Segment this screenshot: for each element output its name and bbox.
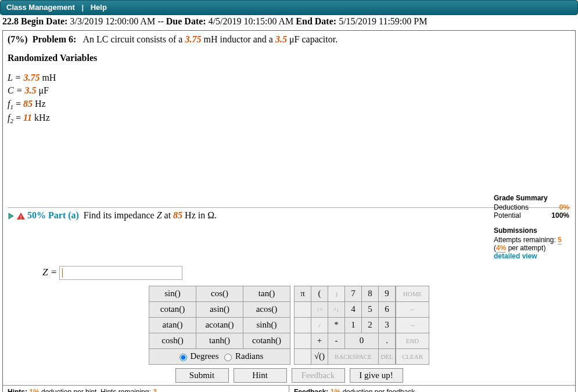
assignment-dates: 22.8 Begin Date: 3/3/2019 12:00:00 AM --… (0, 15, 578, 28)
key-tan[interactable]: tan() (243, 286, 290, 301)
key-acotan[interactable]: acotan() (196, 317, 243, 333)
key-minus[interactable]: - (328, 333, 345, 348)
potential-value: 100% (551, 211, 569, 220)
submissions-title: Submissions (494, 226, 569, 235)
key-lparen[interactable]: ( (311, 286, 328, 301)
begin-date-label: 22.8 Begin Date: (2, 16, 67, 26)
answer-row: Z = (42, 266, 570, 280)
problem-number: Problem 6: (33, 34, 77, 44)
key-mul[interactable]: * (328, 317, 345, 333)
randomized-vars: L = 3.75 mH C = 3.5 μF f1 = 85 Hz f2 = 1… (8, 71, 570, 126)
key-backspace[interactable]: BACKSPACE (328, 348, 379, 364)
key-plus[interactable]: + (311, 333, 328, 348)
key-2[interactable]: 2 (362, 317, 379, 333)
key-cotan[interactable]: cotan() (149, 301, 196, 317)
nav-class-management[interactable]: Class Management (6, 3, 75, 12)
hint-deduction: 1% (29, 388, 39, 392)
key-1[interactable]: 1 (345, 317, 362, 333)
key-sqrt[interactable]: √() (311, 348, 328, 364)
hints-feedback-row: Hints: 1% deduction per hint. Hints rema… (3, 385, 575, 392)
svg-text:!: ! (20, 214, 22, 220)
feedback-info: Feedback: 1% deduction per feedback. (289, 386, 575, 392)
keypad: sin()cos()tan() cotan()asin()acos() atan… (8, 286, 570, 365)
attempts-remaining: 5 (558, 236, 562, 244)
radians-radio[interactable]: Radians (221, 351, 263, 361)
part-a-freq: 85 (173, 210, 182, 220)
key-atan[interactable]: atan() (149, 317, 196, 333)
key-sin[interactable]: sin() (149, 286, 196, 301)
key-sup[interactable]: ↑^ (311, 301, 328, 317)
problem-container: (7%) Problem 6: An LC circuit consists o… (2, 30, 576, 392)
key-cotanh[interactable]: cotanh() (243, 333, 290, 348)
key-rparen[interactable]: ) (328, 286, 345, 301)
key-acos[interactable]: acos() (243, 301, 290, 317)
feedback-deduction: 1% (331, 388, 340, 392)
function-keys: sin()cos()tan() cotan()asin()acos() atan… (149, 286, 290, 365)
angle-mode-row: Degrees Radians (149, 348, 290, 364)
key-7[interactable]: 7 (345, 286, 362, 301)
inductor-value: 3.75 (185, 34, 201, 44)
capacitor-value: 3.5 (275, 34, 287, 44)
hint-button[interactable]: Hint (234, 368, 287, 383)
degrees-radio[interactable]: Degrees (176, 351, 219, 361)
warning-icon: ! (17, 213, 25, 220)
key-tanh[interactable]: tanh() (196, 333, 243, 348)
key-del[interactable]: DEL (379, 348, 396, 364)
detailed-view-link[interactable]: detailed view (494, 252, 537, 260)
begin-date-value: 3/3/2019 12:00:00 AM (70, 16, 155, 26)
problem-weight: (7%) (8, 34, 28, 44)
key-0[interactable]: 0 (345, 333, 379, 348)
key-6[interactable]: 6 (379, 301, 396, 317)
key-home[interactable]: HOME (396, 286, 429, 301)
top-nav-bar: Class Management | Help (0, 0, 578, 15)
hints-remaining: 3 (153, 388, 157, 392)
key-sub[interactable]: ^↓ (328, 301, 345, 317)
deductions-value: 0% (559, 203, 569, 211)
key-pi[interactable]: π (295, 286, 311, 301)
problem-header: (7%) Problem 6: An LC circuit consists o… (8, 34, 570, 45)
key-end[interactable]: END (396, 333, 429, 348)
part-a-header: ! 50% Part (a) Find its impedance Z at 8… (8, 207, 570, 262)
key-sinh[interactable]: sinh() (243, 317, 290, 333)
nav-separator: | (81, 3, 84, 12)
control-keys: HOME ← → END CLEAR (396, 286, 429, 365)
key-blank4 (295, 348, 311, 364)
nav-help[interactable]: Help (91, 3, 107, 12)
symbol-keys: π ( ) 7 8 9 ↑^ ^↓ 4 5 6 / * 1 2 3 (294, 286, 396, 365)
end-date-label: End Date: (296, 16, 336, 26)
key-left[interactable]: ← (396, 301, 429, 317)
grade-summary: Grade Summary Deductions0% Potential100%… (494, 193, 569, 260)
due-date-label: Due Date: (166, 16, 206, 26)
giveup-button[interactable]: I give up! (350, 368, 403, 383)
svg-marker-0 (9, 213, 13, 219)
part-a-weight: 50% Part (a) (27, 210, 79, 220)
hints-info: Hints: 1% deduction per hint. Hints rema… (3, 386, 289, 392)
feedback-button[interactable]: Feedback (292, 368, 345, 383)
grade-title: Grade Summary (494, 194, 569, 202)
deduction-per-attempt: 4% (496, 244, 506, 253)
key-blank2 (295, 317, 311, 333)
key-4[interactable]: 4 (345, 301, 362, 317)
end-date-value: 5/15/2019 11:59:00 PM (339, 16, 427, 26)
key-9[interactable]: 9 (379, 286, 396, 301)
key-cos[interactable]: cos() (196, 286, 243, 301)
action-buttons: Submit Hint Feedback I give up! (8, 368, 570, 383)
key-cosh[interactable]: cosh() (149, 333, 196, 348)
key-asin[interactable]: asin() (196, 301, 243, 317)
key-right[interactable]: → (396, 317, 429, 333)
key-8[interactable]: 8 (362, 286, 379, 301)
due-date-value: 4/5/2019 10:15:00 AM (209, 16, 294, 26)
expand-icon[interactable] (8, 213, 15, 220)
key-dot[interactable]: . (379, 333, 396, 348)
submit-button[interactable]: Submit (175, 368, 229, 383)
answer-label: Z = (42, 267, 57, 278)
answer-input[interactable] (59, 266, 182, 280)
key-3[interactable]: 3 (379, 317, 396, 333)
key-clear[interactable]: CLEAR (396, 348, 429, 364)
key-5[interactable]: 5 (362, 301, 379, 317)
key-blank3 (295, 333, 311, 348)
key-blank1 (295, 301, 311, 317)
randomized-vars-title: Randomized Variables (8, 53, 570, 63)
key-div[interactable]: / (311, 317, 328, 333)
